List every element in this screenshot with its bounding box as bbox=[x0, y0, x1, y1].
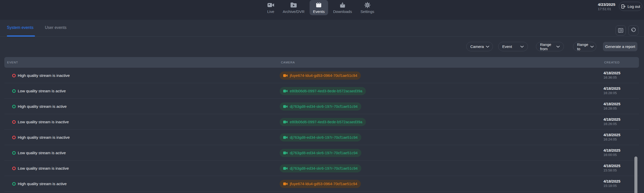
clock: 4/23/2025 17:51:01 bbox=[598, 2, 615, 11]
created-date: 4/18/2025 bbox=[603, 101, 631, 106]
camera-badge: e80b06d6-0997-4ed3-8ede-b572acaed39a bbox=[280, 87, 366, 95]
events-table: High quality stream is inactive jfuye674… bbox=[4, 68, 639, 191]
nav-item-settings[interactable]: Settings bbox=[357, 0, 378, 15]
camera-id: dj763gd8-ed34-skr6-197r-70cf1ae51c94 bbox=[290, 151, 358, 155]
event-label: High quality stream is inactive bbox=[18, 73, 70, 78]
camera-icon bbox=[283, 120, 288, 124]
event-filter-dropdown[interactable]: Event bbox=[498, 42, 528, 51]
camera-filter-label: Camera bbox=[470, 44, 484, 49]
logout-icon bbox=[621, 4, 626, 9]
event-label: Low quality stream is active bbox=[18, 151, 66, 155]
tab-user-events[interactable]: User events bbox=[45, 25, 66, 30]
created-date: 4/18/2025 bbox=[603, 71, 631, 75]
report-table-icon bbox=[618, 28, 623, 33]
table-row[interactable]: Low quality stream is active dj763gd8-ed… bbox=[4, 145, 639, 161]
gear-icon bbox=[364, 2, 370, 8]
column-header-camera: CAMERA bbox=[281, 57, 295, 68]
current-time: 17:51:01 bbox=[598, 7, 615, 11]
event-label: Low quality stream is active bbox=[18, 89, 66, 93]
event-filter-label: Event bbox=[502, 44, 512, 49]
range-to-label: Range to bbox=[577, 42, 588, 51]
column-header-event: EVENT bbox=[7, 57, 18, 68]
nav-item-archive-dvr[interactable]: Archive/DVR bbox=[279, 0, 308, 15]
event-cell: Low quality stream is inactive bbox=[12, 161, 69, 176]
table-row[interactable]: Low quality stream is inactive e80b06d6-… bbox=[4, 114, 639, 130]
range-from-dropdown[interactable]: Range from bbox=[536, 42, 564, 51]
nav-item-live[interactable]: Live bbox=[264, 0, 278, 15]
event-cell: High quality stream is inactive bbox=[12, 130, 70, 145]
camera-badge: dj763gd8-ed34-skr6-197r-70cf1ae51c94 bbox=[280, 102, 361, 111]
created-cell: 4/18/2025 15:58:05 bbox=[603, 163, 631, 173]
logout-button[interactable]: Log out bbox=[619, 2, 642, 11]
created-time: 16:24:05 bbox=[603, 137, 631, 142]
created-date: 4/18/2025 bbox=[603, 86, 631, 91]
camera-cell: e80b06d6-0997-4ed3-8ede-b572acaed39a bbox=[280, 87, 366, 95]
generate-report-button[interactable]: Generate a report bbox=[603, 42, 637, 51]
camera-badge: dj763gd8-ed34-skr6-197r-70cf1ae51c94 bbox=[280, 133, 361, 142]
created-date: 4/18/2025 bbox=[603, 132, 631, 137]
event-label: Low quality stream is inactive bbox=[18, 120, 69, 124]
table-row[interactable]: Low quality stream is inactive dj763gd8-… bbox=[4, 161, 639, 176]
nav-item-label: Downloads bbox=[333, 9, 352, 14]
created-cell: 4/18/2025 15:18:05 bbox=[603, 179, 631, 188]
app-screen: Live Archive/DVR bbox=[0, 0, 644, 193]
active-tab-underline bbox=[7, 36, 35, 37]
created-date: 4/18/2025 bbox=[603, 163, 631, 168]
nav-item-label: Archive/DVR bbox=[283, 9, 305, 14]
camera-cell: dj763gd8-ed34-skr6-197r-70cf1ae51c94 bbox=[280, 133, 361, 142]
event-label: High quality stream is active bbox=[18, 182, 67, 186]
created-cell: 4/18/2025 16:26:05 bbox=[603, 117, 631, 126]
camera-icon bbox=[283, 74, 288, 77]
camera-id: dj763gd8-ed34-skr6-197r-70cf1ae51c94 bbox=[290, 104, 358, 109]
range-to-dropdown[interactable]: Range to bbox=[573, 42, 596, 51]
nav-item-label: Events bbox=[313, 9, 325, 14]
camera-badge: jfuye674-ldu4-gd53-0964-70cf1ae51c94 bbox=[280, 180, 361, 188]
top-navbar: Live Archive/DVR bbox=[0, 0, 644, 20]
camera-icon bbox=[283, 136, 288, 139]
table-row[interactable]: High quality stream is active jfuye674-l… bbox=[4, 176, 639, 191]
created-time: 15:58:05 bbox=[603, 168, 631, 173]
refresh-button[interactable] bbox=[628, 25, 638, 36]
camera-id: dj763gd8-ed34-skr6-197r-70cf1ae51c94 bbox=[290, 166, 358, 170]
folder-play-icon bbox=[291, 2, 297, 8]
camera-id: dj763gd8-ed34-skr6-197r-70cf1ae51c94 bbox=[290, 135, 358, 139]
camera-badge: e80b06d6-0997-4ed3-8ede-b572acaed39a bbox=[280, 118, 366, 126]
camera-cell: dj763gd8-ed34-skr6-197r-70cf1ae51c94 bbox=[280, 102, 361, 111]
chevron-down-icon bbox=[590, 46, 594, 48]
nav-item-label: Live bbox=[267, 9, 274, 14]
created-time: 15:18:05 bbox=[603, 184, 631, 188]
table-row[interactable]: High quality stream is inactive dj763gd8… bbox=[4, 130, 639, 145]
current-date: 4/23/2025 bbox=[598, 2, 615, 7]
table-row[interactable]: Low quality stream is active e80b06d6-09… bbox=[4, 83, 639, 99]
camera-badge: dj763gd8-ed34-skr6-197r-70cf1ae51c94 bbox=[280, 149, 361, 157]
table-row[interactable]: High quality stream is active dj763gd8-e… bbox=[4, 99, 639, 114]
camera-id: e80b06d6-0997-4ed3-8ede-b572acaed39a bbox=[290, 120, 362, 124]
status-ring-icon bbox=[12, 167, 16, 170]
event-cell: Low quality stream is active bbox=[12, 83, 66, 99]
created-date: 4/18/2025 bbox=[603, 148, 631, 153]
camera-filter-dropdown[interactable]: Camera bbox=[466, 42, 493, 51]
created-time: 16:36:05 bbox=[603, 75, 631, 80]
refresh-icon bbox=[631, 28, 636, 33]
vertical-scrollbar-thumb[interactable] bbox=[634, 156, 637, 193]
nav-item-downloads[interactable]: Downloads bbox=[330, 0, 355, 15]
status-ring-icon bbox=[12, 182, 16, 186]
status-ring-icon bbox=[12, 89, 16, 93]
camera-icon bbox=[283, 182, 288, 185]
created-time: 16:28:05 bbox=[603, 91, 631, 95]
camera-icon bbox=[283, 167, 288, 170]
table-row[interactable]: High quality stream is inactive jfuye674… bbox=[4, 68, 639, 83]
report-view-button[interactable] bbox=[616, 25, 626, 36]
range-from-label: Range from bbox=[540, 42, 554, 51]
camera-cell: dj763gd8-ed34-skr6-197r-70cf1ae51c94 bbox=[280, 164, 361, 172]
status-ring-icon bbox=[12, 151, 16, 155]
nav-item-label: Settings bbox=[361, 9, 374, 14]
nav-item-events[interactable]: Events bbox=[310, 0, 328, 15]
logout-label: Log out bbox=[628, 4, 640, 9]
column-header-created: CREATED bbox=[604, 57, 620, 68]
created-cell: 4/18/2025 16:36:05 bbox=[603, 71, 631, 80]
tab-system-events[interactable]: System events bbox=[7, 25, 33, 30]
status-ring-icon bbox=[12, 105, 16, 108]
tabs-bar: System events User events bbox=[0, 20, 644, 37]
event-cell: Low quality stream is active bbox=[12, 145, 66, 161]
